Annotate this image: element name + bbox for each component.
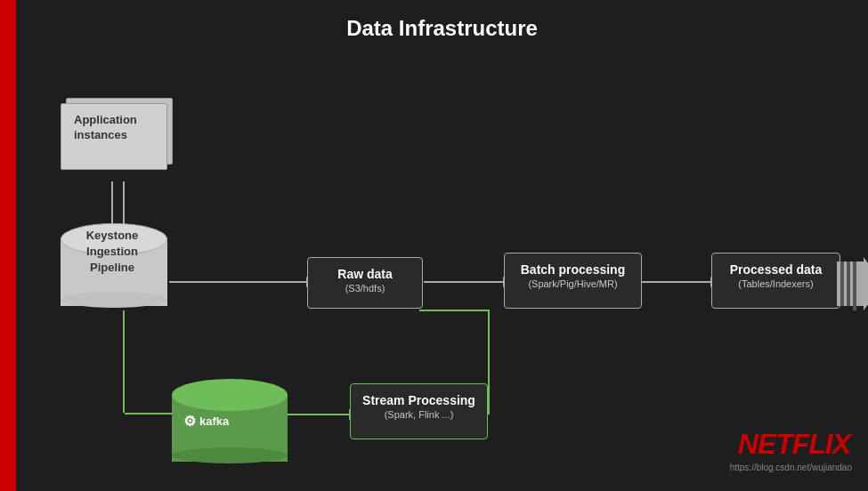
stream-title: Stream Processing: [355, 393, 483, 407]
svg-marker-4: [864, 257, 868, 310]
svg-rect-1: [840, 262, 844, 306]
netflix-logo: NETFLIX: [738, 428, 850, 461]
kafka-icon: ⚙: [183, 413, 196, 430]
keystone-label: Keystone Ingestion Pipeline: [59, 228, 166, 277]
page-title: Data Infrastructure: [16, 0, 868, 50]
arrow-stream-up: [488, 310, 490, 415]
processed-title: Processed data: [717, 262, 835, 277]
stream-processing-box: Stream Processing (Spark, Flink ...): [350, 383, 488, 439]
raw-data-title: Raw data: [312, 267, 418, 281]
batch-subtitle: (Spark/Pig/Hive/MR): [509, 278, 637, 289]
diagram: Application instances Keystone Ingestion…: [16, 50, 868, 477]
end-arrow: [837, 257, 868, 314]
batch-title: Batch processing: [509, 262, 637, 277]
url-text: https://blog.csdn.net/wujiandao: [730, 463, 852, 472]
raw-data-subtitle: (S3/hdfs): [312, 283, 418, 294]
arrow-batch-to-processed: [642, 281, 711, 283]
kafka-label: ⚙ kafka: [183, 413, 229, 430]
arrow-kafka-to-stream: [288, 414, 350, 415]
arrow-raw-to-batch: [424, 281, 504, 283]
batch-processing-box: Batch processing (Spark/Pig/Hive/MR): [504, 253, 642, 309]
arrow-h-to-kafka: [125, 413, 174, 415]
arrow-pages-to-cylinder-2: [123, 181, 125, 226]
processed-subtitle: (Tables/Indexers): [717, 278, 835, 289]
main-content: Data Infrastructure Application instance…: [16, 0, 868, 491]
red-bar: [0, 0, 16, 491]
raw-data-box: Raw data (S3/hdfs): [307, 257, 423, 309]
processed-data-box: Processed data (Tables/Indexers): [711, 253, 840, 309]
arrow-down-to-kafka: [123, 310, 125, 413]
svg-rect-2: [847, 262, 850, 306]
svg-rect-3: [853, 262, 856, 310]
stream-subtitle: (Spark, Flink ...): [355, 409, 483, 420]
app-instances-label: Application instances: [74, 113, 158, 143]
arrow-pages-to-cylinder-1: [111, 181, 113, 226]
arrow-stream-h: [419, 310, 490, 311]
arrow-cylinder-to-raw: [169, 281, 307, 283]
